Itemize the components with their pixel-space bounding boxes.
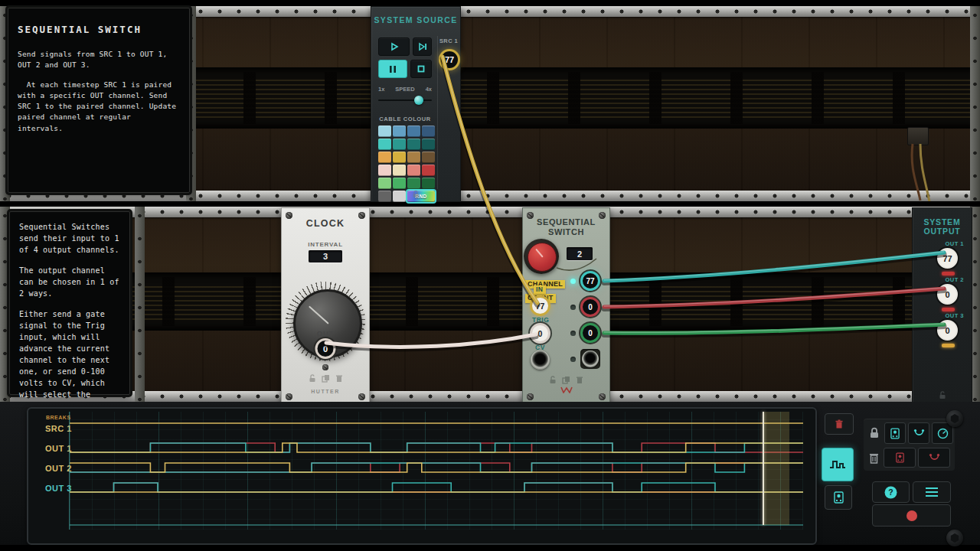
stop-button[interactable] — [410, 60, 432, 78]
seq-out-port[interactable]: 77 — [580, 271, 600, 291]
system-output-port[interactable]: 77 — [937, 248, 958, 269]
pause-button[interactable] — [378, 60, 407, 78]
menu-button[interactable] — [913, 481, 951, 503]
cable-colour-swatch[interactable] — [378, 152, 391, 163]
bus-board — [0, 272, 980, 331]
cable-colour-swatch[interactable] — [393, 191, 406, 202]
screw — [527, 212, 534, 219]
lock-cable-button[interactable] — [908, 422, 929, 444]
stop-icon — [417, 65, 425, 73]
cable-colour-swatch[interactable] — [422, 139, 435, 150]
interval-display[interactable]: 3 — [309, 250, 342, 262]
tutorial-paragraph: At each timestep SRC 1 is paired with a … — [18, 80, 180, 134]
cable-colour-swatch[interactable] — [407, 165, 420, 176]
trash-icon — [869, 452, 879, 464]
cable-colour-swatch[interactable] — [422, 178, 435, 189]
output-label: OUT 3 — [945, 312, 964, 319]
system-output-port[interactable]: 0 — [937, 284, 958, 305]
help-button[interactable]: ? — [872, 481, 910, 503]
channel-count-display[interactable]: 2 — [567, 247, 593, 260]
output-indicator-bar — [942, 344, 955, 347]
lock-icon — [869, 427, 880, 439]
trash-icon[interactable] — [335, 374, 343, 383]
step-button[interactable] — [413, 37, 432, 56]
seq-cv-jack[interactable] — [531, 350, 550, 370]
scope-trace — [70, 443, 803, 452]
question-mark-icon: ? — [884, 486, 897, 499]
cable-colour-label: CABLE COLOUR — [378, 116, 432, 122]
seq-trig-port[interactable]: 0 — [530, 323, 550, 344]
scope-plot-area[interactable] — [69, 412, 803, 530]
screw — [286, 393, 292, 400]
clock-module[interactable]: CLOCK INTERVAL 3 OUT 0 HUTTER — [281, 207, 370, 405]
sequential-switch-module[interactable]: SEQUENTIAL SWITCH 2 CHANNEL COUNT IN 77 … — [522, 207, 610, 405]
lock-icon — [939, 391, 946, 399]
clock-title: CLOCK — [282, 218, 369, 229]
clear-scope-button[interactable] — [825, 413, 854, 435]
cable-colour-swatch[interactable] — [422, 165, 435, 176]
cable-u-icon — [929, 453, 940, 463]
clock-out-port[interactable]: 0 — [315, 338, 336, 359]
scope-trace — [70, 483, 803, 492]
cable-colour-swatch[interactable] — [407, 139, 420, 150]
knob-pointer — [535, 249, 544, 258]
scope-traces — [70, 412, 803, 530]
tutorial-title: SEQUENTIAL SWITCH — [18, 24, 180, 35]
seq-output-row — [570, 349, 600, 369]
play-step-icon — [418, 42, 427, 51]
cable-colour-swatch[interactable] — [378, 126, 391, 137]
loose-wires — [903, 142, 949, 204]
playhead[interactable] — [763, 412, 764, 525]
delete-cable-button[interactable] — [918, 448, 950, 468]
lock-module-button[interactable] — [884, 422, 906, 444]
hamburger-icon — [926, 487, 938, 497]
play-button[interactable] — [378, 37, 410, 56]
speed-slider-knob[interactable] — [414, 96, 423, 105]
unlock-icon[interactable] — [309, 374, 316, 383]
cable-colour-swatch[interactable] — [393, 139, 406, 150]
record-button[interactable] — [872, 504, 951, 527]
knob-pointer — [309, 306, 329, 324]
cable-colour-swatch[interactable] — [393, 126, 406, 137]
scope-channel-label: OUT 3 — [45, 484, 72, 493]
cable-colour-swatch[interactable] — [422, 152, 435, 163]
play-icon — [390, 42, 399, 51]
output-label: OUT 1 — [945, 240, 964, 247]
cable-colour-swatch[interactable] — [393, 165, 406, 176]
seq-out-port[interactable]: 0 — [580, 323, 600, 343]
cable-colour-swatch[interactable] — [407, 126, 420, 137]
svg-text:?: ? — [888, 487, 893, 497]
cable-colour-swatch[interactable] — [422, 126, 435, 137]
system-output-port[interactable]: 0 — [937, 320, 958, 341]
tutorial-panel-side: Sequential Switches send their input to … — [9, 211, 130, 395]
cable-colour-swatch[interactable] — [393, 178, 406, 189]
row-gap — [0, 201, 980, 207]
channel-count-knob[interactable] — [528, 243, 557, 272]
tutorial-panel-main: SEQUENTIAL SWITCH Send signals from SRC … — [8, 8, 190, 193]
seq-out-port[interactable]: 0 — [580, 297, 600, 317]
seq-out-jack[interactable] — [580, 349, 600, 369]
scope-trace — [70, 483, 803, 492]
scope-view-button[interactable] — [822, 448, 854, 481]
cable-colour-swatch[interactable] — [378, 165, 391, 176]
scope-trace — [70, 443, 803, 452]
src1-port[interactable]: 77 — [439, 49, 460, 70]
scope-channel-label: SRC 1 — [45, 424, 72, 433]
speed-slider[interactable] — [378, 96, 432, 105]
cable-colour-swatch[interactable] — [378, 178, 391, 189]
cable-colour-swatch[interactable] — [378, 139, 391, 150]
cable-colour-swatch[interactable] — [407, 178, 420, 189]
screw — [322, 364, 328, 370]
cable-colour-swatch[interactable] — [407, 152, 420, 163]
channel-count-value: 2 — [577, 249, 582, 259]
tutorial-paragraph: The output channel can be chosen in 1 of… — [19, 265, 120, 299]
copy-icon[interactable] — [322, 374, 330, 383]
cable-colour-swatch[interactable] — [378, 191, 391, 202]
cable-colour-swatch[interactable] — [393, 152, 406, 163]
module-view-button[interactable] — [825, 485, 852, 510]
screw — [358, 212, 365, 219]
seq-in-port[interactable]: 77 — [530, 295, 550, 316]
channel-count-knob-bezel — [524, 239, 559, 274]
module-chip-icon — [890, 428, 900, 439]
delete-module-button[interactable] — [884, 448, 916, 468]
